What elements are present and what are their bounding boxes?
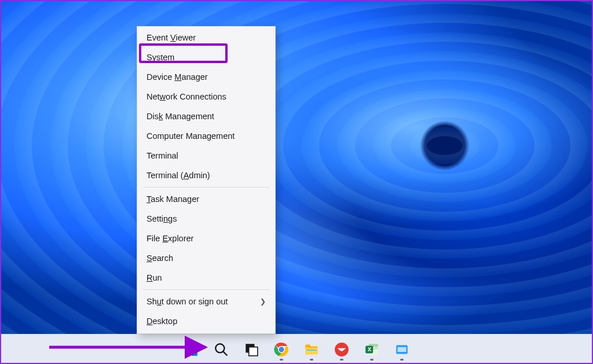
taskbar-task-view[interactable]: [239, 337, 263, 362]
menu-separator: [143, 187, 269, 187]
annotation-arrow: [46, 336, 214, 359]
menu-disk-management[interactable]: Disk Management: [137, 106, 275, 126]
menu-task-manager[interactable]: Task Manager: [137, 189, 275, 209]
svg-point-11: [279, 347, 284, 352]
app-icon: [394, 342, 409, 357]
svg-rect-20: [397, 347, 406, 352]
menu-shutdown-signout[interactable]: Shut down or sign out ❯: [137, 292, 275, 311]
taskbar-file-explorer[interactable]: [299, 337, 324, 362]
svg-rect-8: [249, 347, 258, 355]
taskbar-excel[interactable]: [360, 337, 384, 362]
menu-separator: [143, 289, 269, 290]
task-view-icon: [244, 342, 259, 357]
excel-icon: [364, 342, 379, 357]
menu-settings[interactable]: Settings: [137, 209, 275, 229]
menu-device-manager[interactable]: Device Manager: [137, 67, 275, 87]
menu-network-connections[interactable]: Network Connections: [137, 87, 275, 106]
winx-context-menu: Event Viewer System Device Manager Netwo…: [137, 26, 276, 334]
svg-rect-13: [306, 350, 316, 351]
desktop-wallpaper: [0, 0, 593, 364]
menu-computer-management[interactable]: Computer Management: [137, 126, 275, 146]
menu-file-explorer[interactable]: File Explorer: [137, 229, 275, 248]
folder-icon: [304, 342, 319, 357]
menu-event-viewer[interactable]: Event Viewer: [137, 28, 275, 47]
taskbar-mail[interactable]: [330, 337, 354, 362]
menu-system[interactable]: System: [137, 47, 275, 67]
menu-run[interactable]: Run: [137, 268, 275, 288]
svg-line-6: [224, 351, 227, 355]
menu-search[interactable]: Search: [137, 248, 275, 268]
mail-icon: [334, 342, 349, 357]
menu-terminal[interactable]: Terminal: [137, 146, 275, 166]
taskbar-chrome[interactable]: [269, 337, 294, 362]
svg-rect-12: [305, 347, 318, 354]
chevron-right-icon: ❯: [260, 297, 266, 306]
chrome-icon: [274, 342, 289, 357]
search-icon: [214, 342, 229, 357]
taskbar-app-generic[interactable]: [390, 337, 414, 362]
menu-terminal-admin[interactable]: Terminal (Admin): [137, 166, 275, 185]
menu-desktop[interactable]: Desktop: [137, 311, 275, 331]
